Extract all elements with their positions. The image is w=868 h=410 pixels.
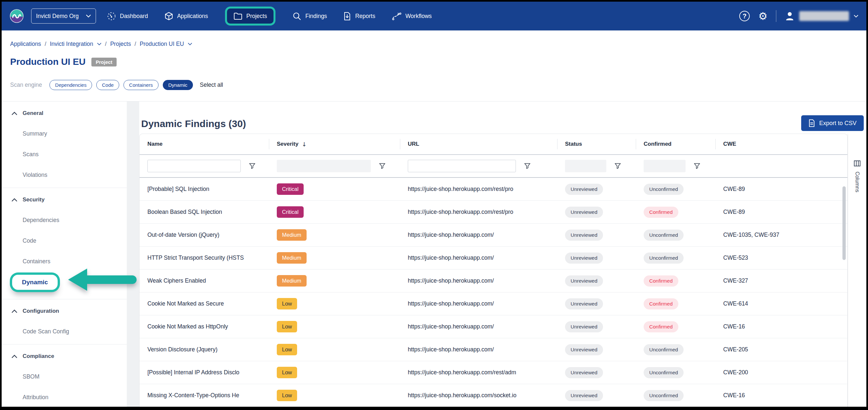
table-row[interactable]: Missing X-Content-Type-Options He Low ht… — [140, 384, 847, 407]
title-row: Production UI EU Project — [10, 55, 866, 69]
url-filter-button[interactable] — [524, 162, 531, 170]
table-row[interactable]: [Possible] Internal IP Address Disclo Lo… — [140, 361, 847, 384]
confirmed-badge: Unconfirmed — [644, 229, 684, 241]
user-menu[interactable] — [785, 11, 859, 21]
url-filter-input[interactable] — [408, 160, 516, 172]
status-filter-input[interactable] — [565, 160, 606, 172]
breadcrumb-projects[interactable]: Projects — [110, 41, 131, 48]
severity-filter-input[interactable] — [277, 160, 371, 172]
confirmed-badge: Unconfirmed — [644, 344, 684, 355]
column-header-severity[interactable]: Severity ↓ — [269, 134, 400, 154]
confirmed-badge: Unconfirmed — [644, 252, 684, 263]
help-icon: ? — [739, 11, 750, 21]
findings-table: Name Severity ↓ URL Status Confirmed CWE — [139, 134, 848, 407]
table-row[interactable]: [Probable] SQL Injection Critical https:… — [140, 178, 847, 201]
confirmed-badge: Confirmed — [644, 321, 678, 333]
funnel-icon — [249, 162, 256, 170]
column-header-status[interactable]: Status — [557, 134, 636, 154]
sidebar-item-containers[interactable]: Containers — [2, 258, 127, 265]
export-csv-button[interactable]: Export to CSV — [801, 115, 864, 131]
finding-cwe: CWE-16 — [715, 323, 847, 330]
sidebar-item-attribution[interactable]: Attribution — [2, 394, 127, 401]
chevron-up-icon — [11, 198, 18, 202]
status-badge: Unreviewed — [565, 390, 603, 401]
sidebar-header-compliance[interactable]: Compliance — [2, 353, 127, 359]
sidebar-header-configuration[interactable]: Configuration — [2, 308, 127, 314]
breadcrumb-applications[interactable]: Applications — [10, 41, 41, 48]
name-filter-input[interactable] — [147, 160, 241, 172]
sidebar-header-general[interactable]: General — [2, 110, 127, 117]
table-row[interactable]: HTTP Strict Transport Security (HSTS Med… — [140, 247, 847, 270]
nav-item-dashboard[interactable]: Dashboard — [107, 12, 148, 21]
column-header-cwe[interactable]: CWE — [715, 134, 847, 154]
columns-panel-tab[interactable]: Columns — [848, 134, 866, 407]
column-header-confirmed[interactable]: Confirmed — [636, 134, 715, 154]
chip-dependencies[interactable]: Dependencies — [50, 80, 92, 90]
confirmed-filter-button[interactable] — [693, 162, 701, 170]
chevron-up-icon — [11, 355, 18, 358]
confirmed-badge: Unconfirmed — [644, 390, 684, 401]
table-row[interactable]: Weak Ciphers Enabled Medium https://juic… — [140, 270, 847, 292]
finding-url: https://juice-shop.herokuapp.com/rest/pr… — [400, 186, 557, 193]
nav-item-findings[interactable]: Findings — [292, 12, 327, 21]
nav-item-reports[interactable]: Reports — [343, 12, 375, 21]
chevron-down-icon[interactable] — [188, 42, 192, 45]
page-title: Production UI EU — [10, 57, 86, 67]
severity-badge: Low — [277, 298, 297, 310]
sidebar-item-sbom[interactable]: SBOM — [2, 373, 127, 380]
severity-badge: Low — [277, 367, 297, 378]
nav-right-cluster: ? ⚙ — [739, 10, 859, 22]
sidebar-item-code-scan-config[interactable]: Code Scan Config — [2, 328, 127, 335]
sidebar-item-dependencies[interactable]: Dependencies — [2, 217, 127, 224]
sidebar-item-code[interactable]: Code — [2, 238, 127, 244]
applications-icon — [164, 12, 173, 21]
breadcrumb-invicti-integration[interactable]: Invicti Integration — [50, 41, 93, 48]
nav-item-applications[interactable]: Applications — [164, 12, 208, 21]
sidebar-item-dynamic-active[interactable]: Dynamic — [12, 275, 58, 290]
severity-filter-button[interactable] — [379, 162, 386, 170]
table-row[interactable]: Out-of-date Version (jQuery) Medium http… — [140, 224, 847, 247]
finding-name: Cookie Not Marked as Secure — [140, 300, 269, 307]
table-row[interactable]: Version Disclosure (Jquery) Low https://… — [140, 338, 847, 361]
workflows-icon — [392, 12, 402, 21]
help-button[interactable]: ? — [739, 11, 750, 21]
org-selector[interactable]: Invicti Demo Org — [31, 8, 96, 24]
status-badge: Unreviewed — [565, 344, 603, 355]
finding-name: Cookie Not Marked as HttpOnly — [140, 323, 269, 330]
select-all-link[interactable]: Select all — [200, 82, 223, 88]
org-selector-label: Invicti Demo Org — [36, 13, 79, 20]
finding-url: https://juice-shop.herokuapp.com/ — [400, 277, 557, 284]
severity-badge: Medium — [277, 229, 307, 241]
table-row[interactable]: Boolean Based SQL Injection Critical htt… — [140, 201, 847, 224]
table-header-row: Name Severity ↓ URL Status Confirmed CWE — [140, 134, 847, 155]
finding-cwe: CWE-327 — [715, 277, 847, 284]
finding-name: Out-of-date Version (jQuery) — [140, 231, 269, 239]
name-filter-button[interactable] — [249, 162, 256, 170]
gear-icon: ⚙ — [758, 11, 768, 21]
finding-cwe: CWE-16 — [715, 392, 847, 399]
table-row[interactable]: Cookie Not Marked as Secure Low https://… — [140, 292, 847, 315]
chip-containers[interactable]: Containers — [123, 80, 158, 90]
sidebar-item-violations[interactable]: Violations — [2, 171, 127, 179]
sidebar-item-scans[interactable]: Scans — [2, 151, 127, 158]
nav-item-workflows[interactable]: Workflows — [392, 12, 432, 21]
app-window: Invicti Demo Org Dashboard Applications — [0, 0, 868, 410]
sidebar-header-security[interactable]: Security — [2, 196, 127, 203]
chip-code[interactable]: Code — [96, 80, 119, 90]
status-badge: Unreviewed — [565, 229, 603, 241]
column-header-name[interactable]: Name — [140, 134, 269, 154]
settings-button[interactable]: ⚙ — [758, 11, 768, 21]
breadcrumb-production-ui-eu[interactable]: Production UI EU — [140, 41, 184, 48]
status-filter-button[interactable] — [614, 162, 621, 170]
column-header-url[interactable]: URL — [400, 134, 557, 154]
chevron-down-icon[interactable] — [97, 42, 101, 45]
sidebar-item-summary[interactable]: Summary — [2, 130, 127, 137]
sidebar-section-configuration: Configuration Code Scan Config — [2, 299, 127, 345]
table-scrollbar-thumb[interactable] — [842, 186, 846, 260]
nav-item-projects[interactable]: Projects — [227, 8, 274, 24]
finding-name: [Probable] SQL Injection — [140, 186, 269, 193]
chip-dynamic[interactable]: Dynamic — [163, 80, 193, 90]
table-row[interactable]: Cookie Not Marked as HttpOnly Low https:… — [140, 315, 847, 338]
confirmed-filter-input[interactable] — [644, 160, 686, 172]
findings-heading: Dynamic Findings (30) — [141, 118, 866, 130]
